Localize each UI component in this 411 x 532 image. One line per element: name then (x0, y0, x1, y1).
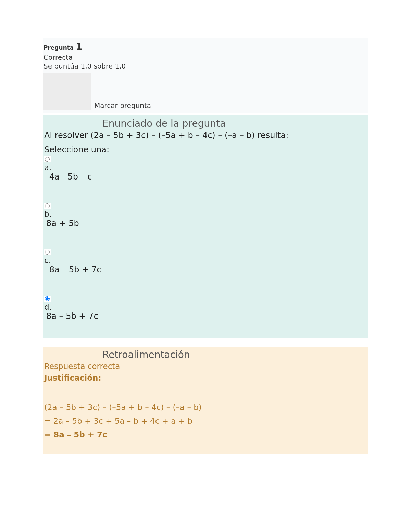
question-info-block: Pregunta 1 Correcta Se puntúa 1,0 sobre … (43, 38, 368, 113)
question-label: Pregunta (43, 44, 74, 51)
option-a-radio-wrap[interactable] (44, 156, 51, 162)
option-a-text: -4a - 5b – c (44, 172, 367, 182)
option-d-radio-wrap[interactable] (44, 296, 51, 302)
question-status: Correcta (43, 53, 368, 62)
option-d: d. 8a – 5b + 7c (44, 295, 367, 321)
option-d-text: 8a – 5b + 7c (44, 311, 367, 321)
option-c-radio[interactable] (45, 250, 50, 255)
feedback-line-1: (2a – 5b + 3c) – (–5a + b – 4c) – (–a – … (44, 403, 367, 412)
option-b-letter: b. (44, 210, 367, 219)
flag-question-link[interactable]: Marcar pregunta (43, 101, 368, 110)
option-a: a. -4a - 5b – c (44, 156, 367, 182)
option-c: c. -8a – 5b + 7c (44, 249, 367, 275)
question-number-line: Pregunta 1 (43, 41, 368, 53)
option-b: b. 8a + 5b (44, 202, 367, 228)
option-b-radio-wrap[interactable] (44, 203, 51, 209)
feedback-justification-label: Justificación: (44, 373, 367, 382)
page: Pregunta 1 Correcta Se puntúa 1,0 sobre … (0, 38, 411, 532)
feedback-heading: Retroalimentación (44, 349, 367, 360)
question-stem: Al resolver (2a – 5b + 3c) – (–5a + b – … (44, 131, 367, 140)
option-c-text: -8a – 5b + 7c (44, 265, 367, 274)
feedback-line-2: = 2a – 5b + 3c + 5a – b + 4c + a + b (44, 417, 367, 425)
option-a-radio[interactable] (45, 157, 50, 162)
option-c-letter: c. (44, 256, 367, 265)
question-heading: Enunciado de la pregunta (44, 118, 367, 129)
feedback-line-3: = 8a – 5b + 7c (44, 430, 367, 439)
select-one-label: Seleccione una: (44, 145, 367, 154)
feedback-correct: Respuesta correcta (44, 362, 367, 371)
question-number: 1 (76, 41, 82, 52)
option-b-text: 8a + 5b (44, 219, 367, 228)
flag-question-text: Marcar pregunta (94, 101, 151, 110)
option-b-radio[interactable] (45, 203, 50, 208)
question-block: Enunciado de la pregunta Al resolver (2a… (43, 115, 368, 338)
option-a-letter: a. (44, 163, 367, 172)
feedback-block: Retroalimentación Respuesta correcta Jus… (43, 347, 368, 454)
option-d-letter: d. (44, 302, 367, 311)
question-score: Se puntúa 1,0 sobre 1,0 (43, 62, 368, 71)
option-c-radio-wrap[interactable] (44, 249, 51, 255)
option-d-radio[interactable] (45, 296, 50, 301)
